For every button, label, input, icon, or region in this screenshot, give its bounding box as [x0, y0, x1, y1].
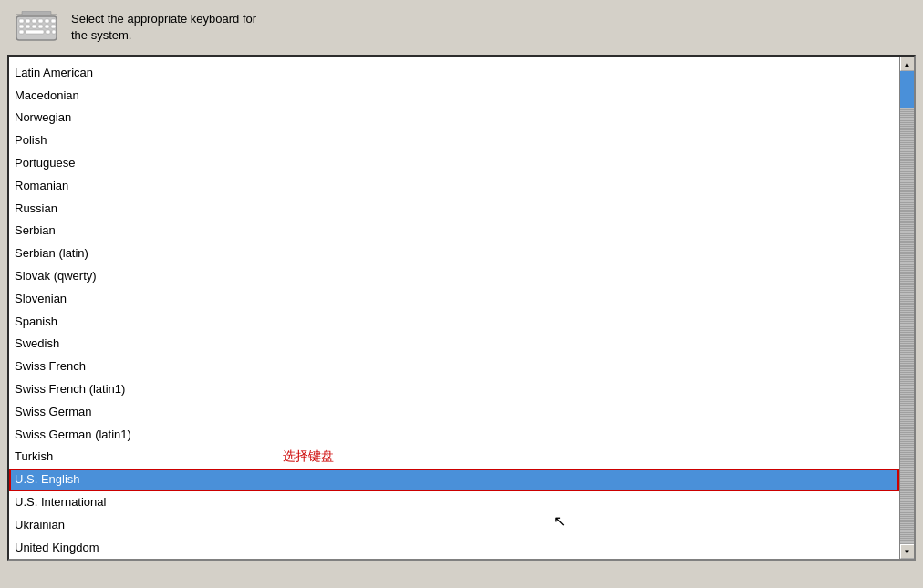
svg-rect-14 [26, 30, 44, 34]
keyboard-list-container: Italian (it2)JapaneseKoreanLatin America… [7, 55, 916, 561]
list-item[interactable]: Turkish [9, 446, 899, 469]
svg-rect-5 [45, 19, 49, 23]
scrollbar-up-button[interactable]: ▲ [900, 57, 915, 71]
scrollbar-thumb[interactable] [900, 71, 914, 108]
list-item[interactable]: Polish [9, 129, 899, 152]
header: Select the appropriate keyboard forthe s… [0, 0, 923, 55]
svg-rect-3 [32, 19, 36, 23]
list-item[interactable]: Latin American [9, 62, 899, 85]
list-item[interactable]: Serbian (latin) [9, 242, 899, 265]
keyboard-icon [15, 11, 58, 44]
list-item[interactable]: Spanish [9, 311, 899, 334]
list-item[interactable]: U.S. International [9, 491, 899, 514]
list-item[interactable]: Norwegian [9, 107, 899, 129]
list-item[interactable]: Portuguese [9, 152, 899, 175]
svg-rect-10 [38, 25, 43, 28]
list-item[interactable]: Serbian [9, 220, 899, 242]
svg-rect-8 [26, 25, 30, 28]
list-item[interactable]: Slovak (qwerty) [9, 265, 899, 288]
scrollbar-track-bg [900, 108, 914, 544]
svg-rect-4 [38, 19, 43, 23]
svg-rect-7 [19, 25, 24, 28]
instruction-text: Select the appropriate keyboard forthe s… [71, 11, 256, 44]
svg-rect-6 [51, 19, 56, 23]
list-item[interactable]: Russian [9, 198, 899, 221]
scrollbar: ▲ ▼ [899, 57, 914, 559]
list-item[interactable]: Swiss French (latin1) [9, 378, 899, 401]
svg-rect-13 [19, 30, 24, 34]
list-item[interactable]: U.S. English [9, 469, 899, 491]
scrollbar-track-area[interactable] [900, 71, 914, 544]
svg-rect-15 [46, 30, 50, 34]
svg-rect-16 [52, 30, 56, 34]
list-item[interactable]: Swedish [9, 333, 899, 356]
svg-rect-2 [26, 19, 30, 23]
svg-rect-12 [51, 25, 56, 28]
svg-rect-18 [22, 11, 51, 15]
keyboard-list[interactable]: Italian (it2)JapaneseKoreanLatin America… [9, 57, 899, 559]
list-item[interactable]: Swiss French [9, 356, 899, 378]
list-item[interactable]: Swiss German (latin1) [9, 424, 899, 447]
list-item[interactable]: Ukrainian [9, 514, 899, 537]
svg-rect-1 [19, 19, 24, 23]
list-item[interactable]: United Kingdom [9, 537, 899, 560]
svg-rect-11 [45, 25, 49, 28]
list-item[interactable]: Macedonian [9, 85, 899, 108]
list-item[interactable]: Swiss German [9, 401, 899, 424]
list-item[interactable]: Slovenian [9, 288, 899, 311]
scrollbar-down-button[interactable]: ▼ [900, 544, 915, 559]
svg-rect-9 [32, 25, 36, 28]
list-item[interactable]: Romanian [9, 175, 899, 198]
